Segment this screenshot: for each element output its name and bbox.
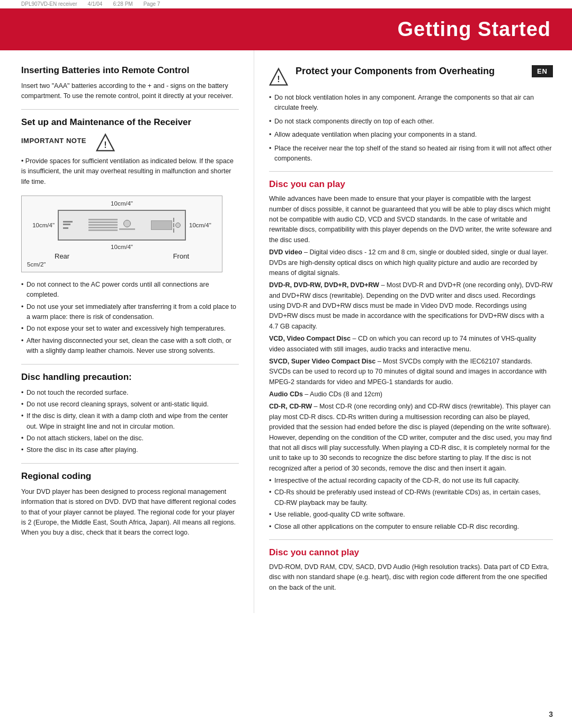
- protect-bullet-3: Allow adequate ventilation when placing …: [269, 130, 553, 140]
- disc-extra-bullet-3: Use reliable, good-quality CD write soft…: [269, 510, 553, 520]
- receiver-dial: [123, 220, 131, 227]
- divider-1: [21, 109, 239, 110]
- bar-2: [88, 221, 118, 223]
- disc-handling-title: Disc handling precaution:: [21, 372, 239, 383]
- regional-coding-title: Regional coding: [21, 471, 239, 482]
- disc-handling-bullets: Do not touch the recorded surface. Do no…: [21, 388, 239, 456]
- page-number: 3: [549, 710, 553, 718]
- receiver-line-3: [63, 227, 68, 229]
- ventilation-diagram: 10cm/4" 10cm/4": [21, 196, 222, 272]
- receiver-box: [58, 210, 186, 241]
- vent-right-label: 10cm/4": [189, 222, 217, 228]
- receiver-middle: [88, 219, 135, 231]
- divider-2: [21, 364, 239, 365]
- receiver-display: [151, 218, 181, 233]
- display-screen: [151, 220, 172, 230]
- disc-handling-bullet-1: Do not touch the recorded surface.: [21, 388, 239, 398]
- vent-front-label: Front: [173, 252, 189, 260]
- setup-bullets: Do not connect to the AC power cords unt…: [21, 280, 239, 357]
- setup-bullet-4: After having disconnected your set, clea…: [21, 336, 239, 357]
- regional-coding-body: Your DVD player has been designed to pro…: [21, 487, 239, 538]
- disc-handling-bullet-2: Do not use record cleaning sprays, solve…: [21, 399, 239, 410]
- receiver-bar-small: [119, 228, 135, 230]
- cdr-entry: CD-R, CD-RW – Most CD-R (one recording o…: [269, 402, 553, 474]
- protect-header: ! Protect your Components from Overheati…: [269, 65, 553, 86]
- receiver-vents-right: [173, 218, 174, 233]
- file-info-page: Page 7: [144, 1, 160, 7]
- divider-3: [21, 463, 239, 464]
- vent-bottom-label: 10cm/4": [27, 244, 217, 250]
- vent-bottom-side-label: 5cm/2": [27, 261, 217, 268]
- bar-5: [88, 229, 118, 231]
- vent-middle-row: 10cm/4": [27, 210, 217, 241]
- protect-bullet-1: Do not block ventilation holes in any co…: [269, 93, 553, 113]
- disc-extra-bullet-1: Irrespective of the actual recording cap…: [269, 476, 553, 486]
- vent-rear-label: Rear: [55, 252, 69, 260]
- disc-cannot-play-section: Disc you cannot play DVD-ROM, DVD RAM, C…: [269, 547, 553, 593]
- disc-extra-bullet-4: Close all other applications on the comp…: [269, 522, 553, 532]
- inserting-batteries-title: Inserting Batteries into Remote Control: [21, 65, 239, 76]
- file-info-time: 6:28 PM: [113, 1, 132, 7]
- file-info-filename: DPL907VD-EN receiver: [21, 1, 77, 7]
- disc-cannot-play-body: DVD-ROM, DVD RAM, CDV, SACD, DVD Audio (…: [269, 562, 553, 593]
- receiver-line-2: [63, 224, 70, 225]
- warning-icon: !: [96, 133, 115, 152]
- receiver-bars: [88, 219, 118, 231]
- svg-text:!: !: [277, 74, 280, 84]
- vent-line-3: [173, 228, 174, 233]
- important-note-header: IMPORTANT NOTE !: [21, 133, 239, 152]
- right-column: EN ! Protect your Components from Overhe…: [254, 50, 572, 613]
- bar-1: [88, 219, 118, 220]
- divider-right-1: [269, 171, 553, 172]
- audio-cd-entry: Audio CDs – Audio CDs (8 and 12cm): [269, 389, 553, 399]
- important-note-body: • Provide spaces for sufficient ventilat…: [21, 156, 239, 187]
- protect-bullet-2: Do not stack components directly on top …: [269, 117, 553, 127]
- receiver-rear-side: [63, 221, 73, 229]
- disc-extra-bullets: Irrespective of the actual recording cap…: [269, 476, 553, 532]
- setup-bullet-2: Do not use your set immediately after tr…: [21, 302, 239, 323]
- left-column: Inserting Batteries into Remote Control …: [0, 50, 254, 613]
- bar-3: [88, 224, 118, 226]
- protect-title: Protect your Components from Overheating: [296, 65, 495, 77]
- setup-bullet-3: Do not expose your set to water and exce…: [21, 324, 239, 334]
- protect-bullets: Do not block ventilation holes in any co…: [269, 93, 553, 164]
- vent-line-2: [173, 223, 174, 227]
- disc-can-play-section: Disc you can play While advances have be…: [269, 179, 553, 532]
- receiver-small-dial: [175, 223, 181, 228]
- disc-handling-bullet-5: Store the disc in its case after playing…: [21, 445, 239, 455]
- disc-cannot-play-title: Disc you cannot play: [269, 547, 553, 558]
- protect-bullet-4: Place the receiver near the top shelf of…: [269, 144, 553, 164]
- dvd-r-entry: DVD-R, DVD-RW, DVD+R, DVD+RW – Most DVD-…: [269, 280, 553, 332]
- bar-4: [88, 227, 118, 228]
- vent-top-label: 10cm/4": [27, 200, 217, 207]
- setup-bullet-1: Do not connect to the AC power cords unt…: [21, 280, 239, 300]
- inserting-batteries-body: Insert two "AAA" batteries according to …: [21, 81, 239, 102]
- receiver-controls: [119, 220, 135, 230]
- vcd-entry: VCD, Video Compact Disc – CD on which yo…: [269, 334, 553, 354]
- disc-handling-bullet-3: If the disc is dirty, clean it with a da…: [21, 411, 239, 432]
- vent-left-label: 10cm/4": [27, 222, 55, 228]
- page-title: Getting Started: [21, 18, 551, 41]
- svcd-entry: SVCD, Super Video Compact Disc – Most SV…: [269, 357, 553, 387]
- vent-rear-front-row: Rear Front: [27, 251, 217, 260]
- disc-handling-section: Disc handling precaution: Do not touch t…: [21, 372, 239, 456]
- dvd-video-entry: DVD video – Digital video discs - 12 cm …: [269, 247, 553, 278]
- main-content: Inserting Batteries into Remote Control …: [0, 50, 572, 613]
- setup-maintenance-title: Set up and Maintenance of the Receiver: [21, 117, 239, 128]
- disc-can-play-title: Disc you can play: [269, 179, 553, 190]
- divider-right-2: [269, 539, 553, 540]
- inserting-batteries-section: Inserting Batteries into Remote Control …: [21, 65, 239, 102]
- important-note-label: IMPORTANT NOTE: [21, 137, 86, 145]
- file-info-date: 4/1/04: [88, 1, 103, 7]
- disc-can-play-intro: While advances have been made to ensure …: [269, 194, 553, 245]
- receiver-line-1: [63, 221, 73, 223]
- protect-section: EN ! Protect your Components from Overhe…: [269, 65, 553, 86]
- file-info-bar: DPL907VD-EN receiver 4/1/04 6:28 PM Page…: [0, 0, 572, 8]
- vent-line-1: [173, 218, 174, 222]
- setup-maintenance-section: Set up and Maintenance of the Receiver I…: [21, 117, 239, 357]
- svg-text:!: !: [104, 140, 106, 149]
- regional-coding-section: Regional coding Your DVD player has been…: [21, 471, 239, 538]
- disc-extra-bullet-2: CD-Rs should be preferably used instead …: [269, 487, 553, 508]
- protect-warning-icon: !: [269, 67, 288, 86]
- page-header: Getting Started: [0, 8, 572, 50]
